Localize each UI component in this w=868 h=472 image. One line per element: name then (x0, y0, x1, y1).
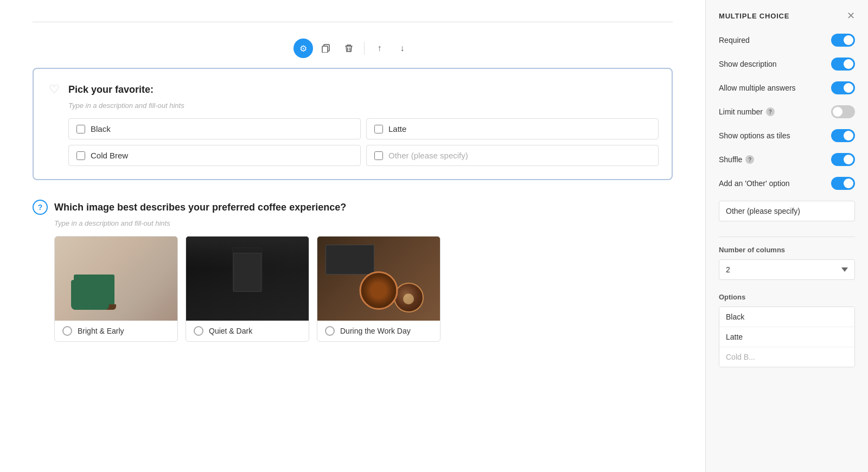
tile-work-day-footer: During the Work Day (317, 321, 440, 341)
options-list: Black Latte Cold B... (719, 307, 855, 367)
question-icon-circle: ? (33, 200, 48, 215)
options-label: Options (719, 293, 855, 301)
option-black-label: Black (91, 124, 111, 133)
heart-icon: ♡ (47, 82, 62, 97)
tile-work-day[interactable]: During the Work Day (317, 236, 441, 342)
setting-shuffle-label: Shuffle ? (719, 155, 754, 164)
columns-label: Number of columns (719, 246, 855, 254)
setting-required: Required (719, 34, 855, 47)
copy-button[interactable] (316, 39, 336, 58)
setting-show-description-label: Show description (719, 60, 777, 68)
right-panel: MULTIPLE CHOICE ✕ Required Show descript… (705, 0, 868, 472)
checkbox-latte[interactable] (374, 125, 383, 133)
tile-quiet-dark-image (186, 237, 309, 321)
checkbox-black[interactable] (76, 125, 85, 133)
image-tiles: Bright & Early Quiet & Dark (54, 236, 673, 342)
tile-bright-early[interactable]: Bright & Early (54, 236, 178, 342)
checkbox-other[interactable] (374, 151, 383, 160)
other-option-input[interactable] (719, 201, 855, 221)
setting-shuffle: Shuffle ? (719, 153, 855, 166)
top-divider (33, 22, 673, 22)
tile-bright-early-footer: Bright & Early (55, 321, 177, 341)
question-toolbar: ⚙ ↑ ↓ (33, 39, 673, 58)
tile-bright-early-image (55, 237, 177, 321)
limit-number-help-icon[interactable]: ? (766, 107, 775, 116)
toggle-show-description[interactable] (831, 58, 855, 71)
radio-quiet-dark[interactable] (194, 326, 203, 336)
options-list-item-cold-brew: Cold B... (719, 347, 854, 367)
setting-show-tiles: Show options as tiles (719, 129, 855, 142)
question-card-2: ? Which image best describes your prefer… (33, 200, 673, 342)
setting-allow-multiple: Allow multiple answers (719, 81, 855, 94)
panel-title: MULTIPLE CHOICE (719, 12, 789, 20)
question-1-header: ♡ Pick your favorite: (47, 82, 659, 97)
options-list-item-black: Black (719, 307, 854, 327)
toggle-add-other[interactable] (831, 177, 855, 190)
question-1-title: Pick your favorite: (68, 84, 154, 95)
tile-quiet-dark-footer: Quiet & Dark (186, 321, 309, 341)
radio-bright-early[interactable] (62, 326, 72, 336)
tile-quiet-dark-label: Quiet & Dark (209, 327, 252, 335)
question-2-header: ? Which image best describes your prefer… (33, 200, 673, 215)
move-down-button[interactable]: ↓ (393, 39, 412, 58)
setting-add-other: Add an 'Other' option (719, 177, 855, 190)
radio-work-day[interactable] (325, 326, 335, 336)
move-up-button[interactable]: ↑ (370, 39, 390, 58)
toggle-required[interactable] (831, 34, 855, 47)
delete-button[interactable] (339, 39, 359, 58)
close-panel-button[interactable]: ✕ (847, 11, 855, 21)
toolbar-divider (364, 42, 365, 55)
question-1-description[interactable]: Type in a description and fill-out hints (68, 101, 659, 110)
toggle-show-tiles[interactable] (831, 129, 855, 142)
question-2-title: Which image best describes your preferre… (54, 202, 346, 213)
columns-select[interactable]: 1 2 3 4 (719, 259, 855, 280)
gear-button[interactable]: ⚙ (293, 39, 313, 58)
option-latte-label: Latte (388, 124, 406, 133)
setting-show-description: Show description (719, 58, 855, 71)
setting-allow-multiple-label: Allow multiple answers (719, 84, 796, 92)
option-black: Black (68, 118, 361, 139)
options-grid-1: Black Latte Cold Brew Other (please spec… (68, 118, 659, 166)
option-cold-brew-label: Cold Brew (91, 151, 128, 160)
svg-rect-1 (322, 46, 328, 53)
tile-bright-early-label: Bright & Early (78, 327, 124, 335)
main-content: ⚙ ↑ ↓ ♡ Pick your favorite: Type in a de… (0, 0, 705, 472)
option-other-label: Other (please specify) (388, 151, 468, 160)
shuffle-help-icon[interactable]: ? (745, 155, 754, 164)
option-cold-brew: Cold Brew (68, 145, 361, 166)
checkbox-cold-brew[interactable] (76, 151, 85, 160)
tile-work-day-image (317, 237, 440, 321)
setting-show-tiles-label: Show options as tiles (719, 131, 790, 140)
toggle-shuffle[interactable] (831, 153, 855, 166)
option-latte: Latte (366, 118, 659, 139)
tile-work-day-label: During the Work Day (340, 327, 411, 335)
panel-divider-1 (719, 237, 855, 237)
setting-limit-number-label: Limit number ? (719, 107, 775, 116)
question-card-1: ♡ Pick your favorite: Type in a descript… (33, 68, 673, 180)
option-other: Other (please specify) (366, 145, 659, 166)
panel-header: MULTIPLE CHOICE ✕ (719, 11, 855, 21)
setting-required-label: Required (719, 36, 750, 44)
setting-limit-number: Limit number ? (719, 105, 855, 118)
question-2-description[interactable]: Type in a description and fill-out hints (54, 219, 673, 227)
toggle-limit-number[interactable] (831, 105, 855, 118)
toggle-allow-multiple[interactable] (831, 81, 855, 94)
tile-quiet-dark[interactable]: Quiet & Dark (186, 236, 309, 342)
setting-add-other-label: Add an 'Other' option (719, 179, 790, 188)
options-list-item-latte: Latte (719, 327, 854, 347)
